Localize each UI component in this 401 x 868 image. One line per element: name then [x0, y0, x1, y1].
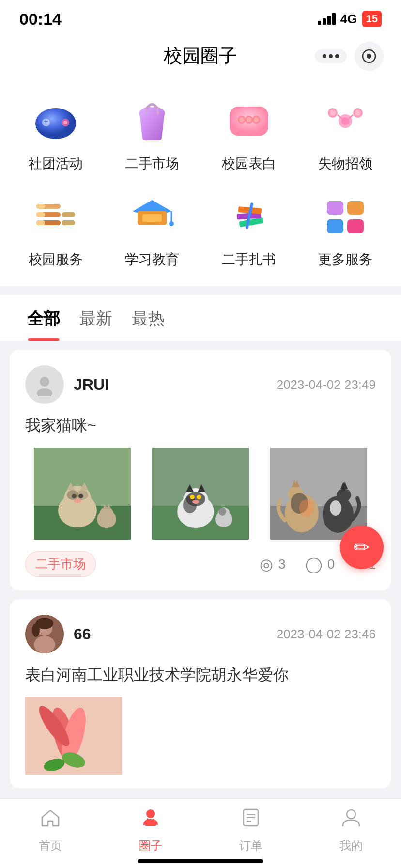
confession-label: 校园表白 [222, 155, 276, 173]
svg-point-13 [247, 117, 251, 122]
post2-image-a[interactable] [25, 697, 122, 775]
battery-indicator: 15 [362, 11, 382, 27]
club-label: 社团活动 [29, 155, 83, 173]
avatar-1 [25, 365, 64, 404]
market-icon [125, 94, 179, 148]
post-images-1 [25, 448, 376, 540]
svg-rect-40 [327, 201, 343, 215]
home-icon [39, 806, 62, 834]
post-time-2: 2023-04-02 23:46 [277, 627, 376, 642]
svg-point-74 [218, 507, 226, 516]
books-icon [222, 190, 276, 244]
svg-point-18 [330, 110, 336, 116]
grid-item-more[interactable]: 更多服务 [300, 190, 392, 269]
svg-point-16 [341, 117, 349, 125]
post-user-2: 66 [25, 615, 91, 653]
svg-rect-26 [36, 204, 45, 209]
dot1 [323, 54, 326, 58]
dot2 [329, 54, 333, 58]
grid-item-club[interactable]: 社团活动 [10, 94, 102, 173]
post-card-1: JRUI 2023-04-02 23:49 我家猫咪~ [10, 350, 391, 590]
svg-point-87 [330, 500, 341, 516]
app-header: 校园圈子 [0, 34, 401, 80]
post-views-1: ◎ 3 [260, 555, 286, 574]
circle-icon [139, 806, 162, 834]
svg-point-68 [183, 496, 197, 513]
comments-count-1: 0 [327, 557, 335, 572]
lostfound-icon [319, 94, 372, 148]
home-nav-label: 首页 [39, 838, 62, 853]
post-content-1: 我家猫咪~ [25, 414, 376, 437]
home-indicator [138, 859, 263, 863]
mine-nav-label: 我的 [339, 838, 363, 853]
svg-point-14 [254, 117, 259, 122]
header-actions [315, 42, 384, 71]
bottom-nav: 首页 圈子 订单 [0, 798, 401, 868]
lostfound-label: 失物招领 [318, 155, 372, 173]
more-label: 更多服务 [318, 250, 372, 269]
signal-icon [318, 13, 336, 25]
status-time: 00:14 [19, 10, 62, 29]
status-bar: 00:14 4G 15 [0, 0, 401, 34]
compose-fab[interactable]: ✏ [340, 526, 384, 569]
mine-icon [340, 806, 362, 834]
svg-point-2 [35, 108, 76, 139]
post-time-1: 2023-04-02 23:49 [277, 377, 376, 392]
svg-rect-41 [347, 201, 364, 215]
post-image-1a[interactable] [25, 448, 139, 540]
comment-icon: ◯ [305, 555, 323, 574]
grid-menu: 社团活动 二手市场 [0, 80, 401, 286]
post-content-2: 表白河南工业职业技术学院胡永华爱你 [25, 663, 376, 686]
views-count-1: 3 [278, 557, 286, 572]
nav-mine[interactable]: 我的 [322, 806, 380, 853]
post-user-1: JRUI [25, 365, 109, 404]
nav-circle[interactable]: 圈子 [122, 806, 180, 853]
confession-icon [222, 94, 276, 148]
svg-rect-28 [36, 220, 45, 225]
post2-images [25, 697, 376, 775]
post-tag-1[interactable]: 二手市场 [25, 551, 96, 577]
svg-point-45 [37, 388, 52, 396]
post-comments-1[interactable]: ◯ 0 [305, 555, 335, 574]
svg-point-71 [192, 500, 199, 504]
svg-rect-42 [327, 219, 343, 233]
order-nav-label: 订单 [239, 838, 262, 853]
view-icon: ◎ [260, 555, 273, 574]
post-header-1: JRUI 2023-04-02 23:49 [25, 365, 376, 404]
svg-point-84 [337, 489, 351, 501]
svg-rect-7 [46, 119, 46, 123]
grid-item-lostfound[interactable]: 失物招领 [300, 94, 392, 173]
education-label: 学习教育 [125, 250, 179, 269]
nav-home[interactable]: 首页 [21, 806, 79, 853]
svg-point-44 [40, 377, 49, 387]
svg-rect-43 [347, 219, 364, 233]
market-label: 二手市场 [125, 155, 179, 173]
scan-button[interactable] [355, 42, 384, 71]
grid-item-confession[interactable]: 校园表白 [203, 94, 295, 173]
club-icon [29, 94, 82, 148]
page-title: 校园圈子 [164, 44, 237, 68]
grid-item-market[interactable]: 二手市场 [107, 94, 199, 173]
grid-item-education[interactable]: 学习教育 [107, 190, 199, 269]
svg-point-12 [239, 117, 244, 122]
grid-item-service[interactable]: 校园服务 [10, 190, 102, 269]
circle-nav-label: 圈子 [139, 838, 162, 853]
more-options-button[interactable] [315, 49, 347, 63]
svg-point-1 [367, 54, 371, 59]
education-icon [125, 190, 179, 244]
svg-point-20 [355, 110, 361, 116]
svg-point-35 [169, 221, 174, 226]
tab-latest[interactable]: 最新 [70, 295, 122, 341]
svg-point-92 [32, 623, 40, 637]
username-1: JRUI [74, 376, 109, 394]
grid-item-books[interactable]: 二手扎书 [203, 190, 295, 269]
tab-hot[interactable]: 最热 [122, 295, 174, 341]
nav-order[interactable]: 订单 [222, 806, 280, 853]
order-icon [240, 806, 262, 834]
post-image-1b[interactable] [143, 448, 258, 540]
post-card-2: 66 2023-04-02 23:46 表白河南工业职业技术学院胡永华爱你 [10, 599, 391, 788]
svg-rect-33 [142, 214, 162, 222]
svg-point-69 [190, 495, 195, 499]
tab-all[interactable]: 全部 [17, 295, 70, 341]
post-header-2: 66 2023-04-02 23:46 [25, 615, 376, 653]
